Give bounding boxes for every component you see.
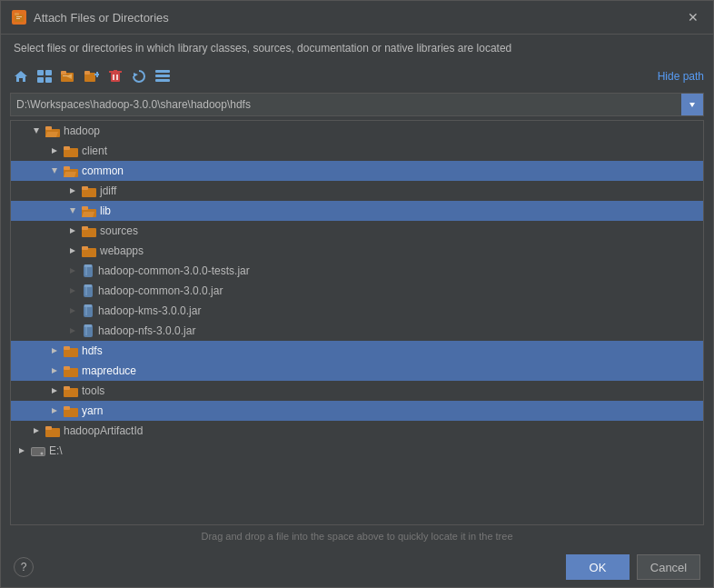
expand-arrow[interactable] xyxy=(65,187,80,194)
svg-marker-52 xyxy=(70,268,75,274)
tree-item[interactable]: hadoop-common-3.0.0-tests.jar xyxy=(11,261,703,281)
svg-marker-39 xyxy=(70,188,75,194)
svg-rect-82 xyxy=(45,426,52,430)
svg-rect-51 xyxy=(82,246,88,250)
tree-item[interactable]: hadoopArtifactId xyxy=(11,421,703,441)
tree-item-label: client xyxy=(82,145,107,157)
cancel-button[interactable]: Cancel xyxy=(637,554,700,580)
svg-marker-56 xyxy=(70,288,75,294)
path-expand-button[interactable] xyxy=(681,94,703,115)
folder-icon xyxy=(64,385,78,397)
expand-arrow[interactable] xyxy=(47,367,62,374)
expand-arrow[interactable] xyxy=(29,427,44,434)
toolbar: Hide path xyxy=(1,62,713,91)
tree-item[interactable]: sources xyxy=(11,221,703,241)
svg-rect-70 xyxy=(64,346,70,350)
expand-arrow[interactable] xyxy=(65,327,80,334)
drive-icon xyxy=(31,445,45,457)
svg-point-86 xyxy=(41,452,44,454)
tree-item-label: hadoop-nfs-3.0.0.jar xyxy=(98,324,195,337)
tree-item[interactable]: hadoop-kms-3.0.0.jar xyxy=(11,301,703,321)
expand-arrow[interactable] xyxy=(47,387,62,394)
tree-item-label: hadoop-kms-3.0.0.jar xyxy=(98,304,201,317)
new-folder-button[interactable] xyxy=(81,65,103,87)
svg-marker-31 xyxy=(45,132,58,137)
expand-arrow[interactable] xyxy=(29,127,44,135)
svg-marker-77 xyxy=(52,408,57,414)
tree-item-label: common xyxy=(82,164,124,177)
svg-marker-60 xyxy=(70,308,75,314)
svg-rect-1 xyxy=(15,13,19,15)
svg-rect-3 xyxy=(16,18,20,19)
tree-item[interactable]: mapreduce xyxy=(11,361,703,381)
drag-drop-hint: Drag and drop a file into the space abov… xyxy=(1,525,713,547)
hide-path-link[interactable]: Hide path xyxy=(658,70,704,83)
folder-icon xyxy=(45,125,60,137)
expand-arrow[interactable] xyxy=(47,147,62,154)
tree-item[interactable]: client xyxy=(11,141,703,161)
svg-rect-44 xyxy=(82,206,88,210)
svg-rect-8 xyxy=(45,77,52,83)
tree-item[interactable]: webapps xyxy=(11,241,703,261)
close-button[interactable]: ✕ xyxy=(684,8,702,26)
tree-item[interactable]: tools xyxy=(11,381,703,401)
tree-item-label: hadoop-common-3.0.0-tests.jar xyxy=(98,264,250,277)
folder-icon xyxy=(45,425,60,437)
settings-button[interactable] xyxy=(152,65,174,87)
open-folder-button[interactable] xyxy=(57,65,79,87)
dialog-title: Attach Files or Directories xyxy=(34,11,169,25)
help-button[interactable]: ? xyxy=(14,557,34,577)
tree-item[interactable]: hadoop-common-3.0.0.jar xyxy=(11,281,703,301)
svg-rect-48 xyxy=(82,226,88,230)
tree-item[interactable]: lib xyxy=(11,201,703,221)
file-tree: hadoop client common jdiff lib sources w… xyxy=(10,120,704,525)
delete-button[interactable] xyxy=(104,65,126,87)
tree-item[interactable]: hadoop xyxy=(11,121,703,141)
svg-marker-49 xyxy=(70,248,75,254)
tree-item-label: lib xyxy=(100,204,111,217)
folder-view-button[interactable] xyxy=(34,65,55,87)
svg-marker-83 xyxy=(19,448,25,453)
svg-marker-46 xyxy=(70,228,75,234)
tree-item[interactable]: common xyxy=(11,161,703,181)
jar-icon xyxy=(82,324,94,337)
folder-icon xyxy=(64,145,78,157)
tree-item-label: webapps xyxy=(100,244,144,257)
tree-item-label: yarn xyxy=(82,404,103,417)
refresh-button[interactable] xyxy=(128,65,150,87)
tree-item[interactable]: jdiff xyxy=(11,181,703,201)
svg-marker-64 xyxy=(70,328,75,334)
expand-arrow[interactable] xyxy=(65,287,80,294)
tree-item[interactable]: hdfs xyxy=(11,341,703,361)
svg-rect-30 xyxy=(45,126,52,130)
home-button[interactable] xyxy=(10,65,32,87)
svg-rect-37 xyxy=(64,166,70,170)
tree-item[interactable]: E:\ xyxy=(11,441,703,461)
expand-arrow[interactable] xyxy=(65,227,80,234)
expand-arrow[interactable] xyxy=(65,247,80,254)
svg-marker-74 xyxy=(52,388,57,394)
expand-arrow[interactable] xyxy=(47,167,62,174)
expand-arrow[interactable] xyxy=(65,267,80,274)
svg-marker-4 xyxy=(15,71,27,82)
svg-rect-76 xyxy=(64,386,70,390)
svg-marker-42 xyxy=(70,208,75,214)
svg-marker-35 xyxy=(52,168,57,174)
svg-rect-41 xyxy=(82,186,88,190)
expand-arrow[interactable] xyxy=(65,307,80,314)
expand-arrow[interactable] xyxy=(47,347,62,354)
tree-item-label: sources xyxy=(100,224,138,237)
expand-arrow[interactable] xyxy=(47,407,62,414)
tree-item-label: hdfs xyxy=(82,344,103,357)
tree-item[interactable]: hadoop-nfs-3.0.0.jar xyxy=(11,321,703,341)
svg-rect-10 xyxy=(61,71,66,75)
svg-rect-17 xyxy=(111,73,120,82)
ok-button[interactable]: OK xyxy=(566,554,630,580)
expand-arrow[interactable] xyxy=(65,207,80,214)
tree-item-label: E:\ xyxy=(49,444,63,457)
tree-item[interactable]: yarn xyxy=(11,401,703,421)
expand-arrow[interactable] xyxy=(15,447,29,454)
path-input[interactable] xyxy=(11,95,681,114)
svg-rect-54 xyxy=(85,266,87,275)
tree-item-label: hadoop xyxy=(64,125,100,137)
